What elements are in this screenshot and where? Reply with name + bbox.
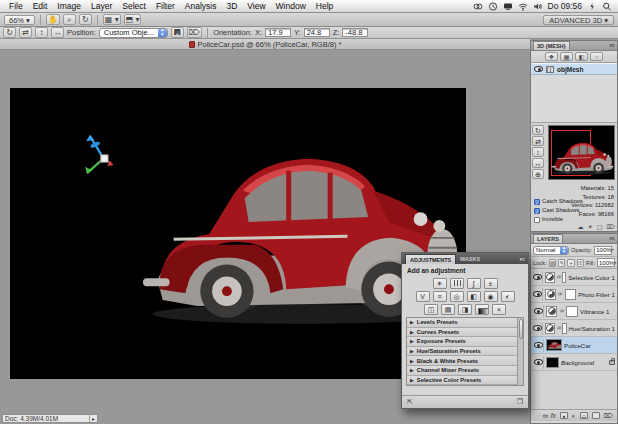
exposure-icon[interactable]: ± — [484, 278, 498, 289]
layer-mask-thumbnail[interactable] — [566, 306, 578, 317]
position-dropdown[interactable]: Custom Obje... ▲▼ — [99, 28, 168, 38]
scene-filter-icon[interactable]: ❖ — [545, 52, 558, 61]
panel-menu-icon[interactable]: ▾≡ — [608, 234, 617, 243]
zoom-level-dropdown[interactable]: 66% ▾ — [4, 15, 35, 25]
lock-transparency-icon[interactable]: ▨ — [549, 259, 556, 267]
layer-row-selective-color[interactable]: 8 Selective Color 1 — [531, 269, 617, 286]
disclosure-triangle-icon[interactable]: ▶ — [410, 348, 414, 354]
menu-filter[interactable]: Filter — [151, 0, 180, 13]
time-machine-icon[interactable] — [488, 2, 498, 11]
background-thumbnail[interactable] — [546, 357, 559, 368]
layer-row-hue-saturation[interactable]: 8 Hue/Saturation 1 — [531, 320, 617, 337]
3d-layer-thumbnail[interactable] — [546, 339, 562, 351]
adjustment-layer-thumbnail[interactable] — [546, 306, 557, 317]
adjustment-layer-thumbnail[interactable] — [545, 289, 556, 300]
opacity-field[interactable]: 100%▾ — [594, 246, 612, 255]
menu-bar-clock[interactable]: Do 09:56 — [548, 1, 583, 11]
orientation-y-field[interactable]: 24.8 — [304, 28, 330, 37]
mesh-list-item[interactable]: objMesh — [531, 63, 617, 75]
hue-saturation-presets-item[interactable]: ▶ Hue/Saturation Presets — [407, 347, 517, 357]
menu-edit[interactable]: Edit — [28, 0, 53, 13]
arrange-documents-icon[interactable]: ▦ ▾ — [103, 14, 121, 25]
menu-help[interactable]: Help — [311, 0, 338, 13]
menu-view[interactable]: View — [242, 0, 270, 13]
menu-layer[interactable]: Layer — [86, 0, 117, 13]
curves-icon[interactable]: ʃ — [467, 278, 481, 289]
rotate-view-icon[interactable]: ↻ — [79, 14, 92, 25]
cast-shadows-option[interactable]: ✓ Cast Shadows — [534, 206, 583, 215]
document-canvas[interactable] — [10, 88, 466, 379]
new-adjustment-layer-icon[interactable]: ◐ — [572, 411, 576, 421]
tab-layers[interactable]: LAYERS — [533, 234, 563, 243]
panel-menu-icon[interactable]: ▾≡ — [517, 254, 528, 264]
battery-icon[interactable] — [587, 2, 597, 11]
black-white-presets-item[interactable]: ▶ Black & White Presets — [407, 356, 517, 366]
delete-icon[interactable]: ⌦ — [607, 223, 615, 230]
3d-axis-widget[interactable] — [76, 126, 120, 180]
menu-window[interactable]: Window — [271, 0, 311, 13]
blend-mode-dropdown[interactable]: Normal ▲▼ — [533, 246, 569, 255]
mesh-filter-icon[interactable]: ▦ — [560, 52, 573, 61]
roll-mesh-icon[interactable]: ⇄ — [532, 136, 544, 146]
new-layer-icon[interactable] — [592, 412, 600, 419]
fill-field[interactable]: 100%▾ — [597, 258, 615, 267]
visibility-toggle[interactable] — [533, 322, 543, 335]
visibility-toggle[interactable] — [533, 271, 543, 284]
channel-mixer-icon[interactable]: ◐ — [501, 291, 515, 302]
displays-icon[interactable] — [503, 2, 513, 11]
tab-adjustments[interactable]: ADJUSTMENTS — [405, 254, 456, 264]
invisible-checkbox[interactable] — [534, 217, 540, 223]
lock-position-icon[interactable]: + — [567, 259, 574, 267]
delete-position-icon[interactable]: ⌦ — [187, 27, 202, 38]
disclosure-triangle-icon[interactable]: ▶ — [410, 377, 414, 383]
menu-select[interactable]: Select — [117, 0, 151, 13]
switch-panel-view-icon[interactable]: ⇱ — [407, 398, 413, 406]
levels-presets-item[interactable]: ▶ Levels Presets — [407, 318, 517, 328]
3d-rotate-icon[interactable]: ↻ — [3, 27, 16, 38]
orientation-z-field[interactable]: -48.8 — [342, 28, 368, 37]
black-white-icon[interactable]: ◧ — [467, 291, 481, 302]
3d-roll-icon[interactable]: ⇄ — [19, 27, 32, 38]
volume-icon[interactable] — [533, 2, 543, 11]
new-light-icon[interactable]: ▢ — [597, 223, 603, 230]
lock-all-icon[interactable]: ⚿ — [577, 259, 584, 267]
layer-mask-thumbnail[interactable] — [565, 289, 576, 300]
selective-color-presets-item[interactable]: ▶ Selective Color Presets — [407, 376, 517, 386]
sync-icon[interactable] — [473, 2, 483, 11]
tab-masks[interactable]: MASKS — [456, 254, 484, 264]
presets-scrollbar[interactable] — [517, 318, 523, 385]
adjustment-layer-thumbnail[interactable] — [545, 323, 555, 334]
vibrance-icon[interactable]: V — [416, 291, 430, 302]
toggle-lights-icon[interactable]: ☀ — [587, 223, 592, 230]
drag-mesh-icon[interactable]: ↕ — [532, 147, 544, 157]
status-popup-arrow-icon[interactable]: ▸ — [89, 415, 97, 422]
visibility-toggle[interactable] — [533, 305, 544, 318]
hand-icon[interactable]: ✋ — [46, 14, 60, 25]
mesh-visibility-eye-icon[interactable] — [534, 66, 543, 72]
brightness-contrast-icon[interactable]: ☀ — [433, 278, 447, 289]
panel-menu-icon[interactable]: ▾≡ — [608, 41, 617, 50]
photo-filter-icon[interactable]: ◉ — [484, 291, 498, 302]
catch-shadows-checkbox[interactable]: ✓ — [534, 199, 540, 205]
lights-filter-icon[interactable]: ○ — [590, 52, 603, 61]
lock-pixels-icon[interactable]: ✎ — [558, 259, 565, 267]
levels-icon[interactable] — [450, 278, 464, 289]
disclosure-triangle-icon[interactable]: ▶ — [410, 319, 414, 325]
add-mask-icon[interactable]: ● — [560, 412, 568, 419]
menu-image[interactable]: Image — [52, 0, 86, 13]
disclosure-triangle-icon[interactable]: ▶ — [410, 358, 414, 364]
materials-filter-icon[interactable]: ◧ — [575, 52, 588, 61]
visibility-toggle[interactable] — [533, 288, 543, 301]
layer-mask-thumbnail[interactable] — [562, 272, 566, 283]
workspace-switcher[interactable]: ADVANCED 3D ▾ — [543, 15, 614, 25]
wifi-icon[interactable] — [518, 2, 528, 11]
rotate-mesh-icon[interactable]: ↻ — [532, 125, 544, 135]
menu-analysis[interactable]: Analysis — [180, 0, 222, 13]
spotlight-icon[interactable] — [602, 2, 612, 11]
save-position-icon[interactable]: 🖪 — [171, 27, 184, 38]
layer-style-fx-icon[interactable]: fx — [551, 411, 556, 421]
visibility-toggle[interactable] — [533, 356, 544, 369]
curves-presets-item[interactable]: ▶ Curves Presets — [407, 328, 517, 338]
layer-row-background[interactable]: Background — [531, 354, 617, 371]
visibility-toggle[interactable] — [533, 339, 544, 352]
